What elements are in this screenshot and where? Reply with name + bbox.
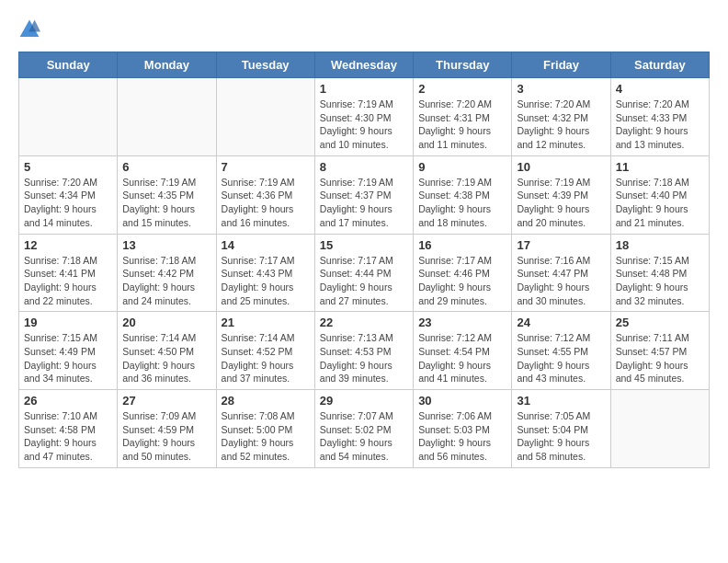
calendar-cell: 16Sunrise: 7:17 AM Sunset: 4:46 PM Dayli… <box>414 234 512 312</box>
calendar-cell: 20Sunrise: 7:14 AM Sunset: 4:50 PM Dayli… <box>118 312 216 390</box>
cell-info: Sunrise: 7:19 AM Sunset: 4:37 PM Dayligh… <box>320 176 408 230</box>
day-number: 8 <box>320 160 408 174</box>
calendar-cell <box>216 78 314 156</box>
day-number: 23 <box>418 316 506 329</box>
calendar-cell: 29Sunrise: 7:07 AM Sunset: 5:02 PM Dayli… <box>314 390 413 468</box>
calendar-cell <box>610 390 709 468</box>
calendar-cell: 5Sunrise: 7:20 AM Sunset: 4:34 PM Daylig… <box>19 155 118 234</box>
day-number: 18 <box>616 238 704 252</box>
calendar-cell: 7Sunrise: 7:19 AM Sunset: 4:36 PM Daylig… <box>216 155 314 234</box>
calendar-cell <box>19 78 118 156</box>
cell-info: Sunrise: 7:05 AM Sunset: 5:04 PM Dayligh… <box>517 409 605 464</box>
cell-info: Sunrise: 7:20 AM Sunset: 4:33 PM Dayligh… <box>616 98 704 152</box>
days-header-row: SundayMondayTuesdayWednesdayThursdayFrid… <box>19 52 710 78</box>
day-header-tuesday: Tuesday <box>216 52 314 78</box>
calendar-cell: 25Sunrise: 7:11 AM Sunset: 4:57 PM Dayli… <box>610 312 709 390</box>
calendar-cell: 1Sunrise: 7:19 AM Sunset: 4:30 PM Daylig… <box>314 78 413 156</box>
cell-info: Sunrise: 7:15 AM Sunset: 4:48 PM Dayligh… <box>616 254 704 308</box>
calendar-cell: 14Sunrise: 7:17 AM Sunset: 4:43 PM Dayli… <box>216 234 314 312</box>
calendar-cell: 26Sunrise: 7:10 AM Sunset: 4:58 PM Dayli… <box>19 390 118 468</box>
day-header-sunday: Sunday <box>19 52 118 78</box>
calendar-cell: 24Sunrise: 7:12 AM Sunset: 4:55 PM Dayli… <box>512 312 610 390</box>
day-number: 28 <box>222 394 310 408</box>
cell-info: Sunrise: 7:10 AM Sunset: 4:58 PM Dayligh… <box>24 409 112 464</box>
day-number: 29 <box>320 394 408 408</box>
calendar-cell: 2Sunrise: 7:20 AM Sunset: 4:31 PM Daylig… <box>414 78 512 156</box>
day-number: 17 <box>517 238 605 252</box>
header <box>18 18 710 40</box>
cell-info: Sunrise: 7:19 AM Sunset: 4:30 PM Dayligh… <box>320 98 408 152</box>
day-number: 1 <box>320 82 408 96</box>
day-number: 20 <box>122 316 210 329</box>
week-row-4: 19Sunrise: 7:15 AM Sunset: 4:49 PM Dayli… <box>19 312 710 390</box>
week-row-1: 1Sunrise: 7:19 AM Sunset: 4:30 PM Daylig… <box>19 78 710 156</box>
day-number: 11 <box>616 160 704 174</box>
cell-info: Sunrise: 7:18 AM Sunset: 4:40 PM Dayligh… <box>616 176 704 230</box>
calendar-cell: 12Sunrise: 7:18 AM Sunset: 4:41 PM Dayli… <box>19 234 118 312</box>
calendar-cell: 18Sunrise: 7:15 AM Sunset: 4:48 PM Dayli… <box>610 234 709 312</box>
cell-info: Sunrise: 7:09 AM Sunset: 4:59 PM Dayligh… <box>122 409 210 464</box>
cell-info: Sunrise: 7:17 AM Sunset: 4:43 PM Dayligh… <box>222 254 310 308</box>
calendar-cell: 30Sunrise: 7:06 AM Sunset: 5:03 PM Dayli… <box>414 390 512 468</box>
day-number: 24 <box>517 316 605 329</box>
cell-info: Sunrise: 7:19 AM Sunset: 4:39 PM Dayligh… <box>517 176 605 230</box>
calendar-cell: 31Sunrise: 7:05 AM Sunset: 5:04 PM Dayli… <box>512 390 610 468</box>
cell-info: Sunrise: 7:07 AM Sunset: 5:02 PM Dayligh… <box>320 409 408 464</box>
day-number: 13 <box>122 238 210 252</box>
day-header-friday: Friday <box>512 52 610 78</box>
logo <box>18 18 44 40</box>
calendar-cell: 10Sunrise: 7:19 AM Sunset: 4:39 PM Dayli… <box>512 155 610 234</box>
day-number: 10 <box>517 160 605 174</box>
day-number: 26 <box>24 394 112 408</box>
day-number: 3 <box>517 82 605 96</box>
calendar-cell: 21Sunrise: 7:14 AM Sunset: 4:52 PM Dayli… <box>216 312 314 390</box>
day-number: 22 <box>320 316 408 329</box>
cell-info: Sunrise: 7:18 AM Sunset: 4:42 PM Dayligh… <box>122 254 210 308</box>
cell-info: Sunrise: 7:19 AM Sunset: 4:38 PM Dayligh… <box>418 176 506 230</box>
day-number: 16 <box>418 238 506 252</box>
calendar-cell: 3Sunrise: 7:20 AM Sunset: 4:32 PM Daylig… <box>512 78 610 156</box>
calendar-table: SundayMondayTuesdayWednesdayThursdayFrid… <box>18 52 710 468</box>
cell-info: Sunrise: 7:11 AM Sunset: 4:57 PM Dayligh… <box>616 331 704 385</box>
calendar-cell: 4Sunrise: 7:20 AM Sunset: 4:33 PM Daylig… <box>610 78 709 156</box>
day-number: 15 <box>320 238 408 252</box>
day-number: 9 <box>418 160 506 174</box>
day-header-thursday: Thursday <box>414 52 512 78</box>
day-number: 21 <box>222 316 310 329</box>
day-number: 31 <box>517 394 605 408</box>
calendar-cell: 19Sunrise: 7:15 AM Sunset: 4:49 PM Dayli… <box>19 312 118 390</box>
day-header-wednesday: Wednesday <box>314 52 413 78</box>
day-number: 7 <box>222 160 310 174</box>
calendar-cell: 23Sunrise: 7:12 AM Sunset: 4:54 PM Dayli… <box>414 312 512 390</box>
cell-info: Sunrise: 7:18 AM Sunset: 4:41 PM Dayligh… <box>24 254 112 308</box>
calendar-cell: 13Sunrise: 7:18 AM Sunset: 4:42 PM Dayli… <box>118 234 216 312</box>
cell-info: Sunrise: 7:15 AM Sunset: 4:49 PM Dayligh… <box>24 331 112 385</box>
week-row-3: 12Sunrise: 7:18 AM Sunset: 4:41 PM Dayli… <box>19 234 710 312</box>
calendar-cell: 11Sunrise: 7:18 AM Sunset: 4:40 PM Dayli… <box>610 155 709 234</box>
week-row-2: 5Sunrise: 7:20 AM Sunset: 4:34 PM Daylig… <box>19 155 710 234</box>
week-row-5: 26Sunrise: 7:10 AM Sunset: 4:58 PM Dayli… <box>19 390 710 468</box>
cell-info: Sunrise: 7:20 AM Sunset: 4:32 PM Dayligh… <box>517 98 605 152</box>
calendar-cell: 8Sunrise: 7:19 AM Sunset: 4:37 PM Daylig… <box>314 155 413 234</box>
calendar-cell: 15Sunrise: 7:17 AM Sunset: 4:44 PM Dayli… <box>314 234 413 312</box>
calendar-cell: 27Sunrise: 7:09 AM Sunset: 4:59 PM Dayli… <box>118 390 216 468</box>
logo-icon <box>18 18 40 40</box>
calendar-cell: 6Sunrise: 7:19 AM Sunset: 4:35 PM Daylig… <box>118 155 216 234</box>
calendar-cell <box>118 78 216 156</box>
calendar-cell: 9Sunrise: 7:19 AM Sunset: 4:38 PM Daylig… <box>414 155 512 234</box>
day-number: 5 <box>24 160 112 174</box>
day-number: 14 <box>222 238 310 252</box>
cell-info: Sunrise: 7:12 AM Sunset: 4:54 PM Dayligh… <box>418 331 506 385</box>
day-number: 12 <box>24 238 112 252</box>
cell-info: Sunrise: 7:17 AM Sunset: 4:46 PM Dayligh… <box>418 254 506 308</box>
day-number: 30 <box>418 394 506 408</box>
day-header-monday: Monday <box>118 52 216 78</box>
day-number: 27 <box>122 394 210 408</box>
cell-info: Sunrise: 7:12 AM Sunset: 4:55 PM Dayligh… <box>517 331 605 385</box>
cell-info: Sunrise: 7:19 AM Sunset: 4:36 PM Dayligh… <box>222 176 310 230</box>
cell-info: Sunrise: 7:17 AM Sunset: 4:44 PM Dayligh… <box>320 254 408 308</box>
day-number: 6 <box>122 160 210 174</box>
calendar-cell: 17Sunrise: 7:16 AM Sunset: 4:47 PM Dayli… <box>512 234 610 312</box>
calendar-cell: 22Sunrise: 7:13 AM Sunset: 4:53 PM Dayli… <box>314 312 413 390</box>
cell-info: Sunrise: 7:13 AM Sunset: 4:53 PM Dayligh… <box>320 331 408 385</box>
